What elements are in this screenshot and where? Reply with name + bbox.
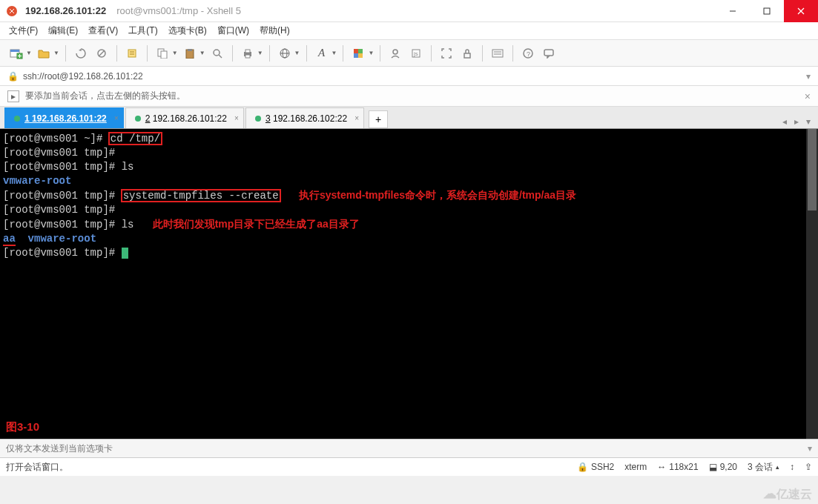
send-input[interactable] [6, 443, 808, 454]
maximize-button[interactable] [750, 0, 784, 22]
address-dropdown[interactable]: ▾ [806, 71, 811, 82]
svg-rect-27 [354, 49, 358, 53]
minimize-button[interactable] [716, 0, 750, 22]
status-message: 打开会话窗口。 [6, 461, 68, 474]
close-tab-icon[interactable]: × [234, 114, 239, 122]
watermark: ☁亿速云 [763, 485, 812, 503]
svg-rect-18 [188, 49, 192, 51]
status-cursor-pos: ⬓ 9,20 [709, 462, 737, 472]
send-bar: ▾ [0, 439, 818, 458]
session-tab-1[interactable]: 1 192.168.26.101:22 × [4, 107, 124, 128]
tab-bar: 1 192.168.26.101:22 × 2 192.168.26.101:2… [0, 107, 818, 129]
svg-rect-2 [764, 8, 770, 14]
svg-rect-22 [245, 50, 250, 53]
close-button[interactable] [784, 0, 818, 22]
menu-help[interactable]: 帮助(H) [260, 24, 290, 37]
svg-text:js: js [413, 50, 418, 57]
fullscreen-button[interactable] [438, 44, 455, 62]
user-button[interactable] [386, 44, 404, 62]
find-button[interactable] [208, 44, 226, 62]
svg-rect-30 [358, 53, 363, 58]
infobar-close-button[interactable]: × [805, 90, 811, 102]
window-title-sub: root@vms001:/tmp - Xshell 5 [116, 5, 241, 16]
status-term-type: xterm [624, 462, 647, 472]
titlebar: 192.168.26.101:22 root@vms001:/tmp - Xsh… [0, 0, 818, 22]
svg-line-20 [219, 55, 222, 58]
svg-rect-40 [544, 50, 553, 56]
terminal-scrollbar[interactable] [806, 129, 818, 439]
figure-label: 图3-10 [6, 420, 39, 434]
svg-point-31 [393, 50, 398, 54]
tab-next-button[interactable]: ▸ [791, 115, 802, 128]
address-url[interactable]: ssh://root@192.168.26.101:22 [23, 71, 143, 82]
cursor [122, 248, 128, 259]
svg-rect-16 [161, 51, 167, 59]
copy-button[interactable]: ▼ [154, 44, 178, 62]
svg-rect-6 [10, 50, 19, 52]
status-sessions: 3 会话 ▴ [748, 461, 779, 474]
add-session-arrow-button[interactable]: ▸ [7, 90, 19, 102]
menu-tools[interactable]: 工具(T) [128, 24, 157, 37]
status-updown-icon[interactable]: ↕ [790, 462, 794, 472]
status-caps-icon: ⇪ [805, 462, 812, 472]
svg-rect-34 [464, 53, 470, 58]
menu-window[interactable]: 窗口(W) [217, 24, 249, 37]
svg-point-19 [214, 50, 220, 56]
status-dot-icon [255, 116, 261, 122]
svg-rect-35 [492, 50, 503, 57]
paste-button[interactable]: ▼ [181, 44, 205, 62]
menu-tabs[interactable]: 选项卡(B) [168, 24, 207, 37]
globe-button[interactable]: ▼ [276, 44, 300, 62]
lock-icon: 🔒 [7, 71, 19, 82]
font-button[interactable]: A▼ [313, 44, 337, 62]
window-controls [716, 0, 818, 22]
print-button[interactable]: ▼ [239, 44, 263, 62]
tab-nav: ◂ ▸ ▾ [779, 115, 814, 128]
svg-line-11 [99, 50, 105, 56]
properties-button[interactable] [123, 44, 141, 62]
chat-button[interactable] [540, 44, 558, 62]
status-size: ↔ 118x21 [657, 462, 698, 472]
terminal[interactable]: [root@vms001 ~]# cd /tmp/ [root@vms001 t… [0, 129, 806, 439]
tab-prev-button[interactable]: ◂ [779, 115, 790, 128]
window-title-main: 192.168.26.101:22 [25, 5, 106, 16]
menu-edit[interactable]: 编辑(E) [48, 24, 78, 37]
keyboard-button[interactable] [489, 44, 507, 62]
address-bar: 🔒 ssh://root@192.168.26.101:22 ▾ [0, 67, 818, 86]
svg-rect-29 [354, 53, 358, 58]
menu-view[interactable]: 查看(V) [88, 24, 118, 37]
new-tab-button[interactable]: + [369, 110, 388, 128]
info-bar: ▸ 要添加当前会话，点击左侧的箭头按钮。 × [0, 86, 818, 107]
color-scheme-button[interactable]: ▼ [349, 44, 374, 62]
tab-list-button[interactable]: ▾ [803, 115, 814, 128]
send-dropdown[interactable]: ▾ [808, 443, 812, 454]
disconnect-button[interactable] [93, 44, 111, 62]
reconnect-button[interactable] [72, 44, 90, 62]
session-tab-2[interactable]: 2 192.168.26.101:22 × [125, 107, 244, 128]
menubar: 文件(F) 编辑(E) 查看(V) 工具(T) 选项卡(B) 窗口(W) 帮助(… [0, 22, 818, 40]
menu-file[interactable]: 文件(F) [9, 24, 38, 37]
status-bar: 打开会话窗口。 🔒 SSH2 xterm ↔ 118x21 ⬓ 9,20 3 会… [0, 458, 818, 476]
lock-button[interactable] [458, 44, 476, 62]
svg-rect-28 [358, 49, 363, 53]
open-session-button[interactable]: ▼ [35, 44, 59, 62]
close-tab-icon[interactable]: × [354, 114, 359, 122]
status-dot-icon [135, 116, 141, 122]
status-ssh: 🔒 SSH2 [577, 462, 614, 472]
session-tab-3[interactable]: 3 192.168.26.102:22 × [245, 107, 364, 128]
terminal-container: [root@vms001 ~]# cd /tmp/ [root@vms001 t… [0, 129, 818, 439]
toolbar: ▼ ▼ ▼ ▼ ▼ ▼ A▼ ▼ js ? [0, 40, 818, 67]
svg-rect-12 [128, 50, 136, 57]
help-button[interactable]: ? [519, 44, 537, 62]
new-session-button[interactable]: ▼ [7, 44, 32, 62]
script-button[interactable]: js [407, 44, 425, 62]
svg-rect-23 [245, 55, 250, 58]
svg-text:?: ? [527, 50, 530, 58]
status-dot-icon [14, 116, 20, 122]
info-text: 要添加当前会话，点击左侧的箭头按钮。 [25, 90, 185, 102]
close-tab-icon[interactable]: × [114, 114, 119, 122]
app-icon [6, 5, 18, 17]
